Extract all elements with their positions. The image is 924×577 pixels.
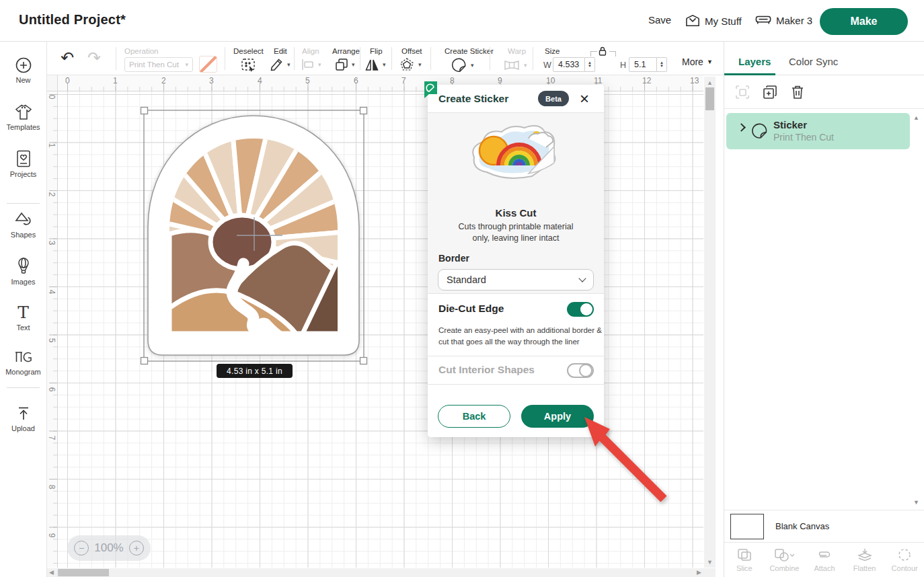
edit-label: Edit — [274, 47, 287, 55]
align-icon — [301, 58, 315, 71]
back-button[interactable]: Back — [438, 405, 510, 428]
save-button[interactable]: Save — [648, 14, 671, 26]
trash-icon[interactable] — [790, 84, 805, 100]
horizontal-ruler: 0 1 2 3 4 5 6 7 8 9 10 11 12 13 — [58, 75, 703, 91]
chevron-down-icon: ▾ — [383, 61, 386, 68]
blank-canvas-swatch[interactable] — [730, 514, 764, 539]
zoom-out-icon[interactable]: − — [74, 541, 89, 555]
make-button[interactable]: Make — [820, 8, 908, 35]
pencil-icon — [269, 57, 284, 72]
more-button[interactable]: More▼ — [682, 56, 713, 67]
edit-button[interactable]: ▾ — [269, 57, 291, 72]
size-label: Size — [545, 47, 560, 55]
selection-box[interactable] — [138, 104, 370, 368]
deselect-label: Deselect — [233, 47, 264, 55]
lock-bracket-right — [609, 51, 616, 56]
text-icon: T — [0, 304, 46, 321]
size-badge: 4.53 in x 5.1 in — [217, 364, 293, 378]
blank-canvas-row[interactable]: Blank Canvas — [724, 510, 924, 542]
sidebar-item-upload[interactable]: Upload — [0, 405, 46, 432]
vertical-scrollbar[interactable] — [704, 77, 716, 568]
sidebar-item-shapes[interactable]: Shapes — [0, 211, 46, 239]
beta-badge: Beta — [538, 91, 569, 106]
chevron-down-icon: ▼ — [707, 59, 713, 65]
panel-scroll-up-icon[interactable]: ▲ — [913, 114, 919, 121]
kiss-cut-sticker-image — [467, 121, 565, 183]
contour-button[interactable]: Contour — [884, 543, 924, 577]
attach-button[interactable]: Attach — [804, 543, 845, 577]
warp-button[interactable]: ▾ — [503, 59, 527, 72]
sidebar-item-new[interactable]: New — [0, 56, 46, 84]
app-window: Untitled Project* Save My Stuff Maker 3 … — [0, 0, 924, 577]
operation-select[interactable]: Print Then Cut▾ — [124, 57, 193, 72]
right-panel: Layers Color Sync Sticker Print Then Cut… — [724, 42, 924, 577]
selection-handle — [360, 108, 367, 114]
offset-button[interactable]: ▾ — [399, 57, 422, 72]
combine-button[interactable]: Combine — [765, 543, 805, 577]
duplicate-icon[interactable] — [762, 84, 778, 100]
scroll-left-icon[interactable]: ◀ — [49, 569, 54, 576]
die-cut-toggle[interactable] — [567, 302, 594, 317]
sidebar-item-projects[interactable]: Projects — [0, 149, 46, 178]
flatten-icon — [857, 547, 873, 562]
sidebar-item-monogram[interactable]: Monogram — [0, 348, 46, 376]
create-sticker-label: Create Sticker — [445, 47, 494, 55]
zoom-in-icon[interactable]: + — [129, 541, 144, 555]
border-label: Border — [438, 253, 469, 264]
sidebar-item-images[interactable]: Images — [0, 257, 46, 286]
redo-icon[interactable]: ↷ — [87, 50, 101, 65]
deselect-icon[interactable] — [241, 58, 257, 73]
project-title[interactable]: Untitled Project* — [19, 12, 126, 28]
vertical-ruler: 0 1 2 3 4 5 6 7 8 9 — [47, 91, 58, 568]
chevron-down-icon: ▾ — [418, 61, 422, 68]
toolbar-divider — [116, 47, 116, 70]
height-stepper[interactable]: ▲▼ — [657, 57, 667, 72]
slice-button[interactable]: Slice — [724, 543, 765, 577]
horizontal-scrollbar[interactable] — [47, 568, 716, 577]
my-stuff-button[interactable]: My Stuff — [685, 14, 742, 28]
scroll-down-icon[interactable]: ▼ — [707, 559, 713, 566]
create-sticker-tag-icon — [424, 81, 438, 99]
new-icon — [0, 56, 46, 74]
width-stepper[interactable]: ▲▼ — [585, 57, 595, 72]
scroll-right-icon[interactable]: ▶ — [697, 569, 701, 576]
chevron-right-icon[interactable] — [737, 123, 746, 132]
projects-icon — [0, 149, 46, 168]
shapes-icon — [0, 211, 46, 229]
tab-color-sync[interactable]: Color Sync — [789, 56, 838, 67]
border-select[interactable]: Standard — [438, 269, 594, 291]
width-input[interactable]: 4.533 — [553, 57, 585, 72]
align-button[interactable]: ▾ — [301, 58, 321, 71]
flatten-button[interactable]: Flatten — [845, 543, 885, 577]
tab-layers[interactable]: Layers — [738, 56, 771, 67]
templates-icon — [0, 104, 46, 121]
arrange-button[interactable]: ▾ — [334, 57, 355, 72]
machine-button[interactable]: Maker 3 — [755, 14, 812, 26]
sidebar-item-templates[interactable]: Templates — [0, 104, 46, 131]
selection-handle — [360, 358, 367, 364]
lock-icon[interactable] — [597, 46, 608, 56]
height-input[interactable]: 5.1 — [629, 57, 657, 72]
scroll-up-icon[interactable]: ▲ — [707, 79, 713, 86]
machine-icon — [755, 14, 771, 26]
create-sticker-dialog: Create Sticker Beta × — [428, 85, 604, 437]
create-sticker-button[interactable]: ▾ — [451, 57, 474, 73]
operation-color-swatch[interactable] — [199, 56, 217, 73]
kiss-cut-description: Cuts through printable material — [428, 222, 604, 231]
chevron-down-icon: ▾ — [185, 61, 188, 68]
select-all-icon[interactable] — [734, 84, 750, 100]
panel-tabs: Layers Color Sync — [724, 42, 924, 75]
panel-scroll-down-icon[interactable]: ▼ — [913, 499, 919, 506]
flip-button[interactable]: ▾ — [364, 57, 386, 72]
vertical-scroll-thumb[interactable] — [705, 87, 714, 110]
chevron-down-icon: ▾ — [352, 61, 355, 68]
sidebar-item-text[interactable]: T Text — [0, 304, 46, 332]
top-bar: Untitled Project* Save My Stuff Maker 3 … — [0, 0, 924, 42]
cut-interior-toggle[interactable] — [567, 363, 594, 378]
layer-item-sticker[interactable]: Sticker Print Then Cut — [726, 113, 910, 149]
toolbar-divider — [533, 47, 533, 70]
cut-interior-label: Cut Interior Shapes — [438, 364, 535, 376]
close-icon[interactable]: × — [574, 89, 594, 109]
horizontal-scroll-thumb[interactable] — [58, 569, 109, 576]
undo-icon[interactable]: ↶ — [61, 50, 74, 65]
